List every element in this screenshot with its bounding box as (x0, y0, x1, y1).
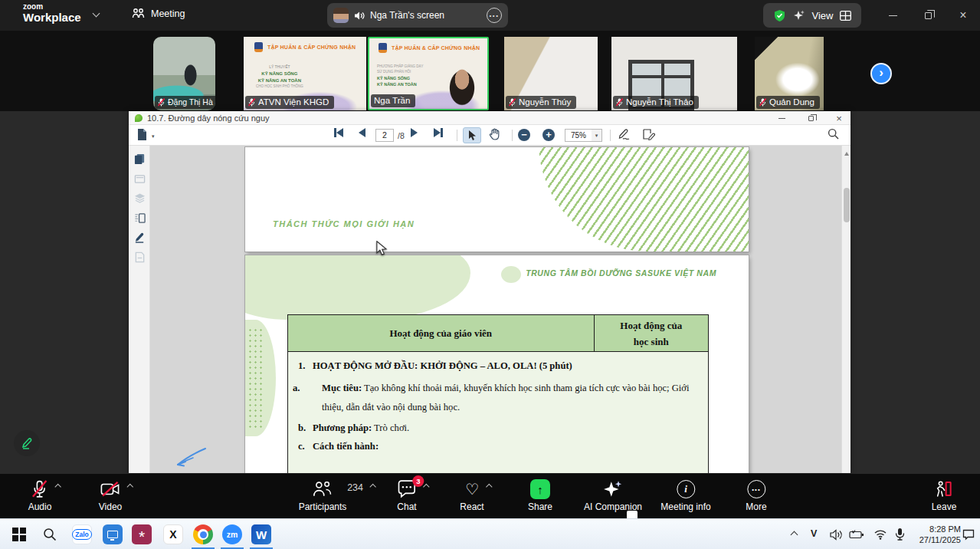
tray-volume-icon[interactable] (828, 526, 844, 543)
next-videos-button[interactable]: › (870, 63, 892, 84)
certify-tool-button[interactable] (642, 128, 655, 140)
taskbar-zoom-icon[interactable]: zm (222, 524, 242, 544)
first-page-icon (336, 128, 343, 137)
video-tile-quan-dung[interactable]: Quản Dung (755, 37, 824, 110)
participants-button[interactable]: 234 Participants (299, 479, 347, 512)
taskbar-zalo-icon[interactable]: Zalo (72, 524, 92, 544)
zoom-in-button[interactable]: + (542, 129, 555, 141)
page1-footer-text: THÁCH THỨC MỌI GIỚI HẠN (273, 219, 415, 228)
taskbar-clock[interactable]: 8:28 PM 27/11/2025 (910, 524, 961, 545)
annotation-pencil-button[interactable] (14, 430, 40, 456)
layers-icon[interactable] (134, 192, 146, 204)
tab-meeting[interactable]: Meeting (132, 8, 185, 19)
pdf-restore-button[interactable] (799, 111, 822, 125)
pen-signature-icon (618, 128, 631, 140)
slide-title: TẬP HUẤN & CẤP CHỨNG NHẬN (267, 44, 356, 50)
taskbar-word-icon[interactable]: W (251, 524, 271, 544)
workspace-chevron-down-icon[interactable] (93, 10, 100, 18)
meeting-info-button[interactable]: i Meeting info (660, 479, 710, 512)
zoom-level-input[interactable]: 75% (565, 129, 592, 142)
minimize-button[interactable] (875, 0, 910, 31)
zoom-level-dropdown[interactable]: ▾ (592, 129, 602, 142)
green-stripes-decoration (539, 147, 749, 251)
zoom-out-button[interactable]: − (518, 129, 530, 141)
tray-v-app-icon[interactable]: V (811, 528, 817, 539)
table-row: a.Mục tiêu: Tạo không khí thoải mái, khu… (298, 379, 698, 417)
people-icon (132, 8, 145, 19)
audio-options-chevron-icon[interactable] (55, 484, 61, 490)
video-options-chevron-icon[interactable] (127, 484, 133, 490)
page-number-input[interactable]: 2 (375, 129, 394, 142)
minimize-icon (889, 15, 897, 16)
last-page-button[interactable] (434, 128, 443, 137)
video-tile-atvn[interactable]: TẬP HUẤN & CẤP CHỨNG NHẬN LÝ THUYẾT KỸ N… (244, 37, 366, 110)
video-button[interactable]: Video (99, 479, 122, 512)
previous-page-button[interactable] (359, 128, 365, 137)
pdf-close-button[interactable]: × (828, 111, 851, 125)
previous-page-icon (359, 128, 365, 137)
pdf-title-bar[interactable]: 10.7. Đường dây nóng cứu nguy × (129, 111, 851, 125)
chat-options-chevron-icon[interactable] (423, 484, 429, 490)
hand-tool-button[interactable] (489, 128, 500, 140)
search-icon (828, 128, 839, 140)
participant-name: Đặng Thị Hà - Tiểu h... (168, 97, 215, 107)
taskbar-search-button[interactable] (40, 524, 60, 544)
close-button[interactable]: × (946, 0, 980, 31)
next-page-button[interactable] (411, 128, 418, 137)
leave-label: Leave (932, 501, 957, 512)
tab-options-button[interactable]: ••• (487, 8, 502, 23)
first-page-button[interactable] (334, 128, 343, 137)
attachments-icon[interactable] (134, 173, 146, 185)
page-thumbnails-icon[interactable] (134, 153, 146, 165)
select-tool-button-active[interactable] (463, 127, 481, 143)
taskbar-capcut-icon[interactable]: X (163, 524, 183, 544)
scroll-up-icon[interactable] (844, 150, 849, 156)
video-tile-nguyen-thuy[interactable]: Nguyễn Thúy (504, 37, 598, 110)
file-menu-caret-icon[interactable]: ▾ (152, 133, 155, 140)
file-menu-button[interactable] (136, 128, 148, 141)
video-tile-dang-thi-ha[interactable]: Đặng Thị Hà - Tiểu h... (153, 37, 215, 110)
annotations-pen-icon[interactable] (134, 232, 146, 243)
share-button[interactable]: ↑ Share (528, 479, 552, 512)
logo-line2: Workplace (23, 12, 81, 23)
scrollbar-thumb[interactable] (844, 188, 850, 222)
tray-wifi-icon[interactable] (872, 526, 889, 543)
tray-microphone-icon[interactable] (891, 525, 908, 544)
video-tile-nguyen-thi-thao[interactable]: Nguyễn Thị Thảo (611, 37, 737, 110)
pdf-canvas[interactable]: THÁCH THỨC MỌI GIỚI HẠN TRUNG TÂM BỒI DƯ… (150, 146, 841, 473)
pdf-minimize-button[interactable] (770, 111, 793, 125)
video-tile-nga-tran-active-speaker[interactable]: TẬP HUẤN & CẤP CHỨNG NHẬN PHƯƠNG PHÁP GI… (368, 37, 489, 110)
chat-button[interactable]: 3 Chat (397, 479, 416, 512)
react-options-chevron-icon[interactable] (486, 484, 492, 490)
comments-icon[interactable] (134, 251, 146, 263)
pdf-scrollbar[interactable] (841, 146, 851, 473)
participant-name: Nguyễn Thị Thảo (626, 97, 693, 107)
tab-shared-screen[interactable]: Nga Trần's screen ••• (327, 3, 508, 28)
meeting-info-label: Meeting info (660, 501, 710, 512)
restore-button[interactable] (910, 0, 946, 31)
zoom-meeting-toolbar: Audio Video 234 (0, 474, 980, 518)
table-row: c.Cách tiến hành: (298, 441, 698, 452)
ai-companion-button[interactable]: AI Companion (584, 479, 642, 512)
more-button[interactable]: ••• More (746, 479, 766, 512)
tray-hidden-icons-chevron-icon[interactable] (791, 531, 798, 539)
bookmarks-icon[interactable] (134, 212, 146, 224)
share-label: Share (528, 501, 552, 512)
chat-label: Chat (397, 501, 416, 512)
taskbar-maroon-app-icon[interactable]: * (132, 524, 152, 544)
signature-tool-button[interactable] (618, 128, 631, 140)
action-center-button[interactable] (961, 527, 976, 542)
taskbar-remote-app-icon[interactable] (103, 524, 123, 544)
leave-button[interactable]: Leave (932, 479, 957, 512)
start-button[interactable] (9, 524, 29, 544)
caret-down-icon: ▾ (595, 133, 598, 138)
participants-options-chevron-icon[interactable] (370, 484, 376, 490)
search-button[interactable] (828, 128, 839, 140)
audio-button[interactable]: Audio (28, 479, 52, 512)
taskbar-chrome-icon[interactable] (193, 524, 213, 544)
participant-name-badge: Đặng Thị Hà - Tiểu h... (155, 96, 215, 109)
react-button[interactable]: ♡ React (460, 479, 483, 512)
view-controls[interactable]: View (763, 3, 861, 28)
more-dots-icon: ••• (752, 486, 760, 493)
tray-battery-icon[interactable] (847, 526, 866, 543)
